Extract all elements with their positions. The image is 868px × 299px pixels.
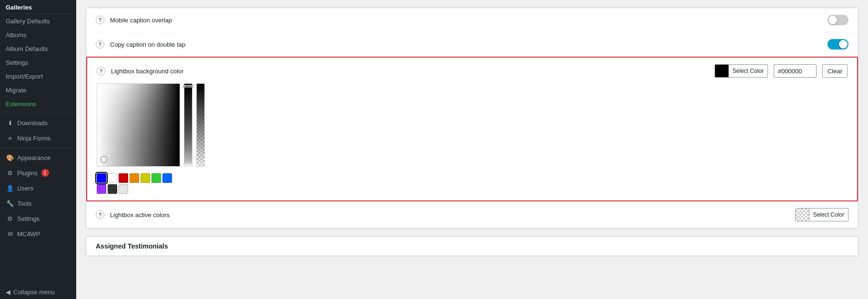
collapse-menu-item[interactable]: ◀ Collapse menu (0, 285, 76, 299)
settings2-icon: ⚙ (6, 214, 14, 223)
sidebar-item-import-export[interactable]: Import/Export (0, 70, 76, 83)
mobile-caption-label: Mobile caption overlap (110, 17, 822, 24)
mobile-caption-help-icon[interactable]: ? (96, 16, 104, 24)
opacity-overlay (197, 84, 204, 166)
copy-caption-row: ? Copy caption on double tap (86, 32, 858, 57)
collapse-label: Collapse menu (13, 289, 55, 296)
sidebar-item-label: Albums (6, 31, 26, 39)
preset-swatch-blue[interactable] (97, 173, 106, 183)
sidebar-item-label: Tools (17, 200, 31, 207)
sidebar-item-plugins[interactable]: ⚙ Plugins 1 (0, 165, 76, 180)
sidebar-header: Galleries (0, 0, 76, 14)
lightbox-active-swatch-button[interactable]: Select Color (795, 208, 848, 221)
sidebar-item-label: Settings (17, 215, 40, 222)
lightbox-bg-help-icon[interactable]: ? (97, 67, 105, 75)
preset-swatch-yellow[interactable] (141, 173, 150, 183)
sidebar-item-label: Extensions (6, 100, 36, 108)
main-content: ? Mobile caption overlap ? Copy caption … (76, 0, 868, 299)
hue-handle (183, 85, 193, 88)
preset-swatch-green[interactable] (151, 173, 161, 183)
copy-caption-toggle-knob (839, 40, 848, 49)
lightbox-bg-label: Lightbox background color (111, 68, 709, 75)
mobile-caption-overlap-row: ? Mobile caption overlap (86, 8, 858, 32)
collapse-icon: ◀ (6, 289, 10, 296)
sidebar-item-label: Settings (6, 59, 28, 66)
sidebar-item-ninja-forms[interactable]: ≡ Ninja Forms (0, 130, 76, 146)
top-settings-panel: ? Mobile caption overlap ? Copy caption … (86, 8, 858, 229)
ninja-forms-icon: ≡ (6, 134, 14, 142)
sidebar: Galleries Gallery Defaults Albums Album … (0, 0, 76, 299)
sidebar-item-label: Album Defaults (6, 45, 48, 52)
lightbox-active-label: Lightbox active colors (110, 211, 789, 219)
sidebar-item-users[interactable]: 👤 Users (0, 180, 76, 196)
sidebar-item-label: Plugins (17, 169, 38, 177)
lightbox-bg-swatch (715, 64, 728, 78)
gradient-area-inner (97, 84, 180, 166)
lightbox-active-colors-row: ? Lightbox active colors Select Color (86, 201, 858, 228)
sidebar-item-label: Users (17, 185, 33, 192)
sidebar-item-tools[interactable]: 🔧 Tools (0, 196, 76, 211)
sidebar-item-migrate[interactable]: Migrate (0, 83, 76, 97)
sidebar-item-label: Migrate (6, 87, 26, 94)
mobile-caption-toggle[interactable] (828, 15, 848, 25)
sidebar-item-label: Downloads (17, 120, 48, 127)
hue-slider[interactable] (184, 83, 192, 167)
downloads-icon: ⬇ (6, 119, 14, 127)
color-picker-widget (97, 83, 848, 194)
copy-caption-label: Copy caption on double tap (110, 41, 822, 48)
color-swatches-row (97, 173, 180, 194)
color-gradient-area[interactable] (97, 83, 180, 167)
sidebar-item-settings[interactable]: Settings (0, 56, 76, 70)
sidebar-item-label: MC4WP (17, 230, 40, 238)
preset-swatch-white[interactable] (108, 173, 117, 183)
sidebar-item-albums[interactable]: Albums (0, 28, 76, 42)
sidebar-item-appearance[interactable]: 🎨 Appearance (0, 150, 76, 165)
sidebar-item-mc4wp[interactable]: ✉ MC4WP (0, 226, 76, 241)
preset-swatch-lightblue[interactable] (162, 173, 172, 183)
sidebar-divider-1 (0, 113, 76, 113)
opacity-slider[interactable] (196, 83, 205, 167)
plugins-badge: 1 (41, 169, 49, 177)
copy-caption-help-icon[interactable]: ? (96, 40, 104, 49)
lightbox-active-select-color-label: Select Color (809, 209, 848, 221)
sidebar-item-label: Import/Export (6, 73, 43, 80)
assigned-testimonials-header: Assigned Testimonials (86, 236, 858, 256)
lightbox-bg-clear-button[interactable]: Clear (822, 64, 848, 78)
lightbox-bg-select-color-label: Select Color (728, 65, 767, 77)
sidebar-item-gallery-defaults[interactable]: Gallery Defaults (0, 14, 76, 28)
plugins-icon: ⚙ (6, 169, 14, 177)
preset-swatch-dark[interactable] (108, 184, 117, 194)
sidebar-divider-2 (0, 148, 76, 148)
sidebar-item-label: Appearance (17, 154, 50, 161)
tools-icon: 🔧 (6, 199, 14, 208)
sidebar-item-label: Gallery Defaults (6, 18, 50, 25)
lightbox-active-help-icon[interactable]: ? (96, 210, 104, 219)
preset-swatch-orange[interactable] (130, 173, 139, 183)
mobile-caption-toggle-knob (828, 16, 837, 24)
lightbox-bg-hex-input[interactable] (774, 64, 817, 78)
preset-swatch-transparent[interactable] (119, 184, 128, 194)
preset-swatch-purple[interactable] (97, 184, 106, 194)
lightbox-bg-color-section: ? Lightbox background color Select Color… (86, 57, 858, 201)
sidebar-item-extensions[interactable]: Extensions (0, 97, 76, 111)
sidebar-item-album-defaults[interactable]: Album Defaults (0, 42, 76, 56)
mc4wp-icon: ✉ (6, 229, 14, 238)
lightbox-active-swatch (796, 208, 809, 221)
users-icon: 👤 (6, 184, 14, 192)
sidebar-item-settings2[interactable]: ⚙ Settings (0, 211, 76, 226)
appearance-icon: 🎨 (6, 153, 14, 162)
sidebar-item-label: Ninja Forms (17, 135, 50, 142)
lightbox-bg-swatch-button[interactable]: Select Color (715, 64, 768, 78)
preset-swatch-red[interactable] (119, 173, 128, 183)
sidebar-item-downloads[interactable]: ⬇ Downloads (0, 115, 76, 130)
lightbox-bg-header: ? Lightbox background color Select Color… (97, 64, 848, 78)
copy-caption-toggle[interactable] (828, 39, 848, 50)
